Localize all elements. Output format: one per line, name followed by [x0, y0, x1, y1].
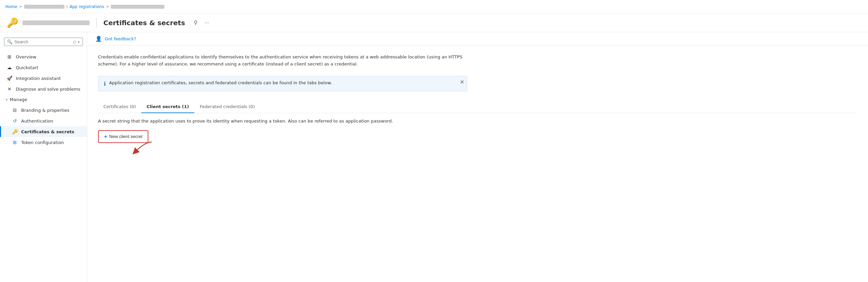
pin-button[interactable]: ⚲	[192, 18, 200, 27]
sidebar-navigation: ⊞ Overview ☁ Quickstart 🚀 Integration as…	[0, 51, 87, 148]
diamond-icon[interactable]: ◇	[73, 40, 76, 44]
breadcrumb-tenant	[24, 5, 64, 9]
banner-close-button[interactable]: ✕	[460, 79, 464, 85]
sidebar-item-label: Branding & properties	[21, 108, 69, 113]
quickstart-icon: ☁	[6, 65, 12, 70]
sidebar-item-authentication[interactable]: ↺ Authentication	[0, 116, 87, 126]
tabs-bar: Certificates (0) Client secrets (1) Fede…	[98, 101, 857, 113]
search-box[interactable]: 🔍 ◇ «	[4, 38, 83, 46]
search-icon: 🔍	[7, 39, 12, 44]
page-title: Certificates & secrets	[103, 19, 185, 27]
integration-icon: 🚀	[6, 75, 12, 81]
new-secret-label: New client secret	[109, 134, 142, 139]
sidebar-item-label: Quickstart	[16, 65, 38, 70]
tab-certificates[interactable]: Certificates (0)	[98, 101, 141, 113]
sidebar-item-certificates[interactable]: 🔑 Certificates & secrets	[0, 126, 87, 137]
feedback-icon: 👤	[95, 36, 102, 42]
sidebar-item-branding[interactable]: ⊟ Branding & properties	[0, 105, 87, 116]
chevron-down-icon: ∨	[5, 98, 8, 101]
sidebar-item-label: Certificates & secrets	[21, 129, 74, 134]
feedback-text[interactable]: Got feedback?	[105, 36, 136, 41]
sidebar-item-integration-assistant[interactable]: 🚀 Integration assistant	[0, 73, 87, 84]
breadcrumb-sep1: >	[19, 5, 22, 8]
certificates-icon: 🔑	[12, 129, 18, 134]
breadcrumb-app	[111, 5, 164, 9]
app-name-blurred	[23, 21, 90, 25]
branding-icon: ⊟	[12, 107, 18, 113]
new-client-secret-button[interactable]: + New client secret	[98, 130, 148, 143]
sidebar-item-label: Authentication	[21, 119, 53, 124]
diagnose-icon: ✕	[6, 86, 12, 92]
breadcrumb-sep3: >	[106, 5, 109, 8]
header-divider	[96, 18, 97, 28]
tab-client-secrets[interactable]: Client secrets (1)	[141, 101, 194, 113]
tab-description: A secret string that the application use…	[98, 119, 400, 124]
content-area: 👤 Got feedback? Credentials enable confi…	[87, 32, 868, 282]
breadcrumb: Home > | App registrations >	[0, 0, 868, 13]
search-input[interactable]	[14, 39, 71, 44]
authentication-icon: ↺	[12, 118, 18, 124]
breadcrumb-app-registrations[interactable]: App registrations	[69, 4, 104, 9]
action-area: + New client secret	[98, 130, 148, 143]
credential-description: Credentials enable confidential applicat…	[98, 54, 467, 68]
sidebar-item-diagnose[interactable]: ✕ Diagnose and solve problems	[0, 84, 87, 94]
tab-federated-credentials[interactable]: Federated credentials (0)	[194, 101, 260, 113]
plus-icon: +	[104, 134, 107, 140]
overview-icon: ⊞	[6, 54, 12, 59]
info-banner: ℹ Application registration certificates,…	[98, 76, 467, 91]
collapse-icon[interactable]: «	[78, 40, 80, 44]
sidebar-item-label: Diagnose and solve problems	[16, 87, 80, 92]
sidebar-item-label: Overview	[16, 54, 36, 59]
page-header: 🔑 Certificates & secrets ⚲ ···	[0, 13, 868, 32]
breadcrumb-home[interactable]: Home	[5, 4, 17, 9]
feedback-bar: 👤 Got feedback?	[87, 32, 868, 46]
more-button[interactable]: ···	[203, 18, 211, 27]
breadcrumb-sep2: |	[66, 5, 67, 8]
sidebar: 🔍 ◇ « ⊞ Overview ☁ Quickstart 🚀	[0, 32, 87, 282]
sidebar-item-quickstart[interactable]: ☁ Quickstart	[0, 62, 87, 73]
banner-text: Application registration certificates, s…	[109, 80, 462, 85]
key-icon: 🔑	[7, 17, 19, 28]
manage-section-header[interactable]: ∨ Manage	[0, 94, 87, 105]
info-icon: ℹ	[104, 81, 106, 87]
sidebar-item-token[interactable]: ⊞ Token configuration	[0, 137, 87, 148]
sidebar-item-overview[interactable]: ⊞ Overview	[0, 51, 87, 62]
sidebar-item-label: Token configuration	[21, 140, 64, 145]
sidebar-item-label: Integration assistant	[16, 76, 61, 81]
manage-section-label: Manage	[10, 97, 27, 102]
token-icon: ⊞	[12, 140, 18, 145]
header-actions: ⚲ ···	[192, 18, 211, 27]
